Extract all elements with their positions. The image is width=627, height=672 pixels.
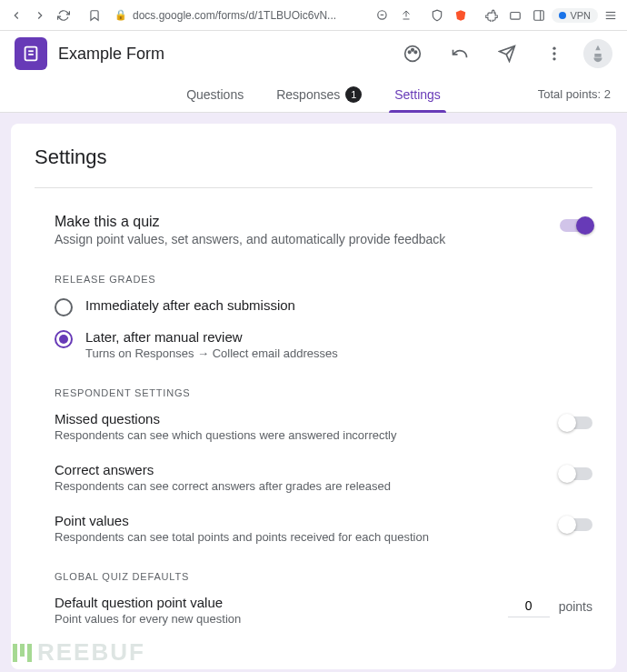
brave-icon[interactable] [450,5,472,26]
menu-icon[interactable] [600,5,622,26]
app-header: Example Form [0,31,627,76]
quiz-toggle[interactable] [560,219,592,232]
tab-settings[interactable]: Settings [389,77,446,112]
more-icon[interactable] [536,35,572,72]
lock-icon: 🔒 [114,9,127,21]
zoom-out-icon[interactable] [372,5,393,26]
global-defaults-header: GLOBAL QUIZ DEFAULTS [55,571,592,582]
radio-icon [55,298,73,316]
release-grades-header: RELEASE GRADES [55,274,592,285]
responses-badge: 1 [345,86,362,103]
back-button[interactable] [5,5,27,26]
forward-button[interactable] [29,5,51,26]
missed-label: Missed questions [55,411,560,426]
points-suffix: points [559,599,592,614]
svg-rect-3 [534,10,544,20]
browser-toolbar: 🔒 docs.google.com/forms/d/1TLBUOic6vN...… [0,0,627,31]
correct-label: Correct answers [55,462,560,477]
shield-icon[interactable] [426,5,448,26]
svg-point-13 [412,49,414,52]
svg-rect-2 [511,12,521,19]
watermark: REEBUF [13,638,145,667]
default-point-label: Default question point value [55,595,508,610]
pointvals-desc: Respondents can see total points and poi… [55,530,560,544]
missed-desc: Respondents can see which questions were… [55,428,560,442]
missed-toggle[interactable] [560,416,592,429]
correct-toggle[interactable] [560,467,592,480]
radio-immediate[interactable]: Immediately after each submission [55,297,592,316]
url-text: docs.google.com/forms/d/1TLBUOic6vN... [133,9,336,22]
url-bar[interactable]: 🔒 docs.google.com/forms/d/1TLBUOic6vN... [107,9,370,22]
quiz-label: Make this a quiz [55,214,560,230]
bookmark-icon[interactable] [84,5,105,26]
tab-questions[interactable]: Questions [181,77,249,112]
reload-button[interactable] [53,5,75,26]
respondent-settings-header: RESPONDENT SETTINGS [55,387,592,398]
send-icon[interactable] [489,35,525,72]
svg-point-16 [552,52,555,55]
svg-point-14 [414,51,417,54]
radio-later[interactable]: Later, after manual review Turns on Resp… [55,329,592,360]
vpn-badge[interactable]: VPN [552,8,598,23]
tabs-row: Questions Responses1 Settings Total poin… [0,76,627,113]
undo-icon[interactable] [442,35,478,72]
share-icon[interactable] [395,5,417,26]
correct-desc: Respondents can see correct answers afte… [55,479,560,493]
settings-card: Settings Make this a quiz Assign point v… [11,124,616,669]
svg-point-15 [552,47,555,50]
svg-point-12 [408,51,411,54]
svg-point-17 [552,57,555,60]
pointvals-toggle[interactable] [560,518,592,531]
sidebar-icon[interactable] [528,5,550,26]
avatar[interactable] [583,39,612,68]
default-point-desc: Point values for every new question [55,612,508,626]
total-points-label: Total points: 2 [538,87,611,101]
wallet-icon[interactable] [504,5,526,26]
settings-heading: Settings [35,145,592,188]
extensions-icon[interactable] [481,5,503,26]
palette-icon[interactable] [394,35,431,72]
form-title[interactable]: Example Form [58,45,383,64]
quiz-desc: Assign point values, set answers, and au… [55,232,560,246]
forms-logo-icon[interactable] [15,37,47,70]
default-point-input[interactable] [508,595,550,617]
tab-responses[interactable]: Responses1 [271,77,367,112]
pointvals-label: Point values [55,513,560,528]
radio-icon [55,330,73,348]
